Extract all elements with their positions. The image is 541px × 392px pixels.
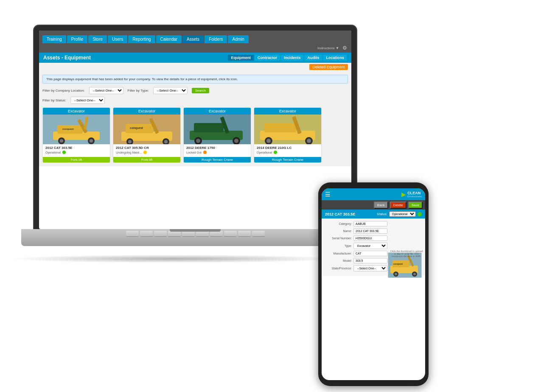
equipment-card-0[interactable]: Excavator: [42, 107, 110, 163]
nav-tab-users[interactable]: Users: [108, 35, 127, 43]
laptop-screen-outer: Training Profile Store Users Reporting C…: [34, 25, 356, 229]
key: [224, 231, 237, 237]
keyboard: [21, 229, 369, 240]
svg-point-5: [90, 139, 93, 143]
phone-status-dot: [418, 212, 422, 216]
type-filter-label: Filter by Type:: [128, 89, 149, 92]
card-category-3: Rough Terrain Crane: [254, 157, 321, 162]
field-input-serial[interactable]: H3500D01U: [353, 235, 387, 241]
hamburger-icon[interactable]: ☰: [325, 191, 331, 198]
nav-tab-profile[interactable]: Profile: [67, 35, 87, 43]
svg-point-20: [196, 139, 200, 143]
card-image-3: [254, 115, 321, 144]
filter-row-1: Filter by Company Location: --Select One…: [42, 87, 348, 94]
filter-row-2: Filter by Status: --Select One--: [42, 97, 348, 104]
excavator-svg-2: [185, 115, 249, 144]
field-label-model: Model:: [324, 259, 352, 262]
phone-logo-text: CLEAN: [407, 191, 422, 195]
app-toolbar: Instructions ▼ ⚙: [39, 43, 351, 53]
status-filter-label: Filter by Status:: [42, 98, 66, 102]
field-label-serial: Serial Number:: [324, 237, 352, 240]
save-button[interactable]: Save: [408, 202, 423, 209]
field-label-state: State/Province:: [324, 267, 352, 270]
nav-tab-reporting[interactable]: Reporting: [128, 35, 155, 43]
key: [196, 231, 209, 237]
field-input-category[interactable]: AABUB: [353, 221, 387, 227]
nav-tab-store[interactable]: Store: [88, 35, 107, 43]
field-label-name: Name:: [324, 230, 352, 232]
tab-audits[interactable]: Audits: [304, 55, 322, 61]
equipment-card-2[interactable]: Excavator: [183, 107, 251, 163]
type-filter-select[interactable]: --Select One--: [153, 87, 188, 94]
equipment-card-1[interactable]: Excavator conques: [113, 107, 181, 163]
back-button[interactable]: Back: [374, 202, 388, 209]
card-type-bar-0: Excavator: [43, 108, 110, 115]
svg-point-12: [128, 140, 132, 143]
status-text-2: Locked Out: [186, 151, 202, 154]
card-name-1: 2012 CAT 305.5D CR: [116, 146, 178, 150]
laptop-base: [21, 229, 369, 246]
svg-rect-18: [194, 123, 224, 132]
field-input-state[interactable]: --Select One--: [353, 265, 387, 272]
nav-tab-calendar[interactable]: Calendar: [156, 35, 182, 43]
tab-contractor[interactable]: Contractor: [255, 55, 280, 61]
phone-status-label: Status:: [377, 212, 387, 216]
key: [252, 231, 265, 237]
card-type-bar-3: Excavator: [254, 108, 321, 115]
phone-status-select[interactable]: Operational: [389, 211, 416, 217]
phone-content: Category: AABUB Name: 2012 CAT 303.5E Se…: [322, 218, 425, 276]
svg-text:conquest: conquest: [130, 126, 143, 130]
field-input-name[interactable]: 2012 CAT 303.5E: [353, 228, 387, 234]
field-input-manufacturer[interactable]: CAT: [353, 251, 387, 256]
svg-point-14: [164, 140, 168, 143]
phone-equipment-title: 2012 CAT 303.5E: [325, 212, 355, 216]
equipment-grid: Excavator: [42, 107, 348, 163]
card-name-2: 2012 DEERE 1750: [186, 146, 248, 150]
nav-tab-training[interactable]: Training: [42, 35, 66, 43]
card-category-2: Rough Terrain Crane: [184, 157, 251, 162]
delete-button[interactable]: Delete: [390, 202, 406, 209]
key: [126, 231, 139, 237]
phone-image-caption: Click the thumbnail to upload a .jpg or …: [390, 250, 423, 258]
card-category-1: Fork lift: [113, 157, 180, 162]
field-label-type: Type:: [324, 244, 352, 247]
deleted-btn-row: Deleted Equipment: [39, 63, 351, 71]
gear-icon[interactable]: ⚙: [342, 45, 347, 51]
info-text: This page displays equipment that has be…: [46, 77, 238, 81]
tab-equipment[interactable]: Equipment: [228, 55, 254, 61]
nav-tab-folders[interactable]: Folders: [205, 35, 227, 43]
phone-form-row-0: Category: AABUB: [324, 221, 423, 227]
status-text-1: Undergoing Maint...: [116, 151, 142, 154]
app-content: This page displays equipment that has be…: [39, 71, 351, 166]
search-button[interactable]: Search: [192, 88, 209, 93]
status-text-0: Operational: [45, 151, 61, 154]
svg-text:conquest: conquest: [393, 263, 403, 265]
deleted-equipment-button[interactable]: Deleted Equipment: [309, 64, 348, 70]
excavator-svg-1: conquest: [115, 115, 179, 144]
status-dot-2: [203, 151, 207, 154]
svg-rect-25: [264, 123, 296, 132]
card-name-3: 2014 DEERE 210G LC: [257, 146, 319, 150]
tab-incidents[interactable]: Incidents: [281, 55, 304, 61]
card-info-3: 2014 DEERE 210G LC Operational: [254, 144, 321, 156]
tab-locations[interactable]: Locations: [323, 55, 347, 61]
phone: ☰ ▶ CLEAN Environment Back Delete Save: [318, 182, 429, 386]
card-status-row-2: Locked Out: [186, 151, 248, 154]
equipment-card-3[interactable]: Excavator: [254, 107, 322, 163]
svg-point-37: [413, 273, 416, 275]
status-dot-1: [143, 151, 147, 154]
location-filter-select[interactable]: --Select One--: [89, 87, 123, 94]
laptop: Training Profile Store Users Reporting C…: [21, 25, 369, 288]
field-input-model[interactable]: 303.5: [353, 258, 387, 263]
status-filter-select[interactable]: --Select One--: [70, 97, 105, 104]
instructions-label[interactable]: Instructions ▼: [317, 46, 339, 50]
svg-text:conquest: conquest: [62, 128, 74, 130]
field-input-type[interactable]: Excavator: [353, 243, 387, 249]
field-label-manufacturer: Manufacturer:: [324, 252, 352, 255]
card-image-0: conquest: [43, 115, 110, 144]
svg-point-29: [307, 139, 311, 143]
nav-tab-admin[interactable]: Admin: [228, 35, 248, 43]
nav-tab-assets[interactable]: Assets: [182, 35, 204, 43]
svg-point-22: [234, 139, 238, 143]
page-header: Assets - Equipment Equipment Contractor …: [39, 53, 351, 63]
